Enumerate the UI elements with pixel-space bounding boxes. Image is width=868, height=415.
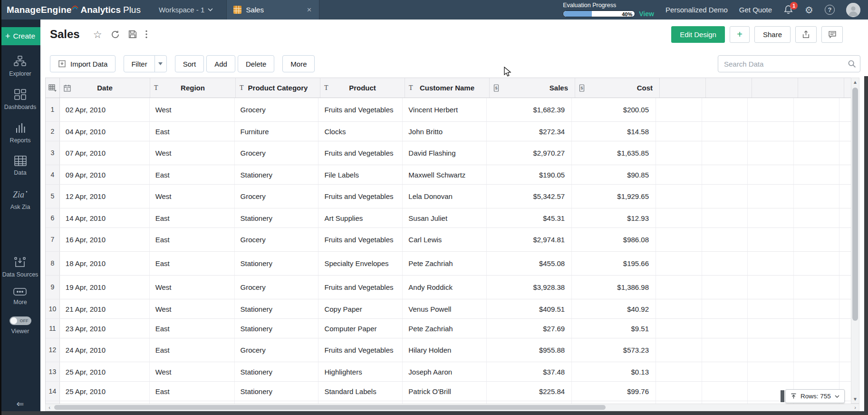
cell-date[interactable]: 09 Apr, 2010: [60, 165, 150, 184]
sidebar-item-reports[interactable]: Reports: [10, 122, 31, 144]
notifications-button[interactable]: 1: [783, 5, 793, 15]
kebab-menu-icon[interactable]: [145, 30, 147, 39]
cell-customer[interactable]: John Britto: [403, 122, 487, 141]
cell-x5[interactable]: [839, 185, 851, 208]
cell-x5[interactable]: [839, 276, 851, 299]
cell-x1[interactable]: [656, 362, 702, 381]
empty-column-header[interactable]: [844, 78, 851, 98]
cell-x4[interactable]: [794, 141, 839, 165]
row-number[interactable]: 4: [46, 165, 60, 184]
export-button[interactable]: [795, 26, 817, 43]
cell-x2[interactable]: [702, 299, 748, 318]
column-header-date[interactable]: Date: [60, 78, 150, 98]
cell-category[interactable]: Grocery: [235, 141, 319, 165]
rows-count-badge[interactable]: Rows: 755: [785, 389, 845, 403]
table-row[interactable]: 102 Apr, 2010WestGroceryFruits and Veget…: [46, 98, 851, 122]
cell-cost[interactable]: $1,386.98: [572, 276, 656, 299]
row-number[interactable]: 14: [46, 382, 60, 401]
cell-customer[interactable]: Lela Donovan: [403, 185, 487, 208]
cell-sales[interactable]: $3,928.38: [487, 276, 572, 299]
cell-date[interactable]: 04 Apr, 2010: [60, 122, 150, 141]
comments-button[interactable]: [821, 26, 843, 43]
cell-sales[interactable]: $27.69: [487, 319, 572, 338]
table-row[interactable]: 1021 Apr, 2010WestStationeryCopy PaperVe…: [46, 299, 851, 319]
cell-x3[interactable]: [748, 299, 793, 318]
collapse-sidebar-icon[interactable]: ⇐: [17, 399, 24, 408]
cell-sales[interactable]: $2,974.81: [487, 228, 572, 251]
cell-date[interactable]: 14 Apr, 2010: [60, 208, 150, 227]
cell-cost[interactable]: $90.85: [572, 165, 656, 184]
cell-cost[interactable]: $9.51: [572, 319, 656, 338]
cell-x5[interactable]: [839, 252, 851, 275]
cell-region[interactable]: West: [150, 185, 235, 208]
column-header-product[interactable]: T Product: [320, 78, 405, 98]
cell-x1[interactable]: [656, 299, 702, 318]
cell-date[interactable]: 23 Apr, 2010: [60, 319, 150, 338]
cell-category[interactable]: Stationery: [235, 362, 319, 381]
cell-customer[interactable]: Pete Zachriah: [403, 319, 487, 338]
cell-sales[interactable]: $225.84: [487, 382, 572, 401]
help-icon[interactable]: ?: [825, 5, 835, 15]
gear-icon[interactable]: ⚙: [805, 5, 813, 15]
cell-product[interactable]: Fruits and Vegetables: [318, 228, 403, 251]
viewer-toggle[interactable]: OFF: [10, 316, 31, 325]
cell-x2[interactable]: [702, 338, 748, 362]
cell-date[interactable]: 25 Apr, 2010: [60, 382, 150, 401]
cell-cost[interactable]: $14.58: [572, 122, 656, 141]
row-number[interactable]: 13: [46, 362, 60, 381]
cell-region[interactable]: East: [150, 382, 235, 401]
get-quote-link[interactable]: Get Quote: [739, 6, 772, 14]
scroll-up-arrow[interactable]: ▲: [851, 78, 859, 86]
cell-category[interactable]: Stationery: [235, 252, 319, 275]
cell-x3[interactable]: [748, 122, 793, 141]
cell-sales[interactable]: $409.51: [487, 299, 572, 318]
cell-product[interactable]: Copy Paper: [318, 299, 403, 318]
cell-customer[interactable]: Hilary Holden: [403, 338, 487, 362]
search-input[interactable]: [718, 55, 860, 72]
cell-product[interactable]: Clocks: [318, 122, 403, 141]
cell-cost[interactable]: $986.08: [572, 228, 656, 251]
cell-x5[interactable]: [839, 228, 851, 251]
cell-cost[interactable]: $1,929.65: [572, 185, 656, 208]
cell-x1[interactable]: [656, 185, 702, 208]
cell-x2[interactable]: [702, 185, 748, 208]
cell-x5[interactable]: [839, 165, 851, 184]
cell-x2[interactable]: [702, 228, 748, 251]
cell-x1[interactable]: [656, 228, 702, 251]
cell-date[interactable]: 18 Apr, 2010: [60, 252, 150, 275]
filter-button[interactable]: Filter: [124, 55, 166, 72]
column-header-sales[interactable]: $ Sales: [490, 78, 575, 98]
table-row[interactable]: 716 Apr, 2010EastGroceryFruits and Veget…: [46, 228, 851, 252]
cell-sales[interactable]: $37.48: [487, 362, 572, 381]
sidebar-item-data-sources[interactable]: Data Sources: [2, 257, 39, 278]
cell-cost[interactable]: $1,635.85: [572, 141, 656, 165]
cell-x1[interactable]: [656, 319, 702, 338]
add-new-button[interactable]: +: [730, 26, 750, 43]
cell-x2[interactable]: [702, 382, 748, 401]
cell-x5[interactable]: [839, 98, 851, 121]
cell-customer[interactable]: Susan Juliet: [403, 208, 487, 227]
cell-x5[interactable]: [839, 362, 851, 381]
cell-sales[interactable]: $5,342.57: [487, 185, 572, 208]
cell-x3[interactable]: [748, 338, 793, 362]
cell-region[interactable]: West: [150, 141, 235, 165]
row-number[interactable]: 5: [46, 185, 60, 208]
cell-x5[interactable]: [839, 141, 851, 165]
cell-x1[interactable]: [656, 98, 702, 121]
row-number[interactable]: 12: [46, 338, 60, 362]
cell-category[interactable]: Stationery: [235, 208, 319, 227]
cell-x2[interactable]: [702, 141, 748, 165]
row-number[interactable]: 7: [46, 228, 60, 251]
cell-x4[interactable]: [794, 98, 839, 121]
sidebar-item-ask-zia[interactable]: Zia Ask Zia: [10, 189, 30, 211]
cell-x2[interactable]: [702, 319, 748, 338]
cell-x4[interactable]: [794, 165, 839, 184]
cell-x1[interactable]: [656, 252, 702, 275]
empty-column-header[interactable]: [752, 78, 798, 98]
cell-region[interactable]: West: [150, 276, 235, 299]
cell-region[interactable]: West: [150, 98, 235, 121]
horizontal-scrollbar-thumb[interactable]: [54, 405, 606, 410]
edit-design-button[interactable]: Edit Design: [671, 26, 725, 43]
cell-region[interactable]: East: [150, 208, 235, 227]
cell-x3[interactable]: [748, 276, 793, 299]
